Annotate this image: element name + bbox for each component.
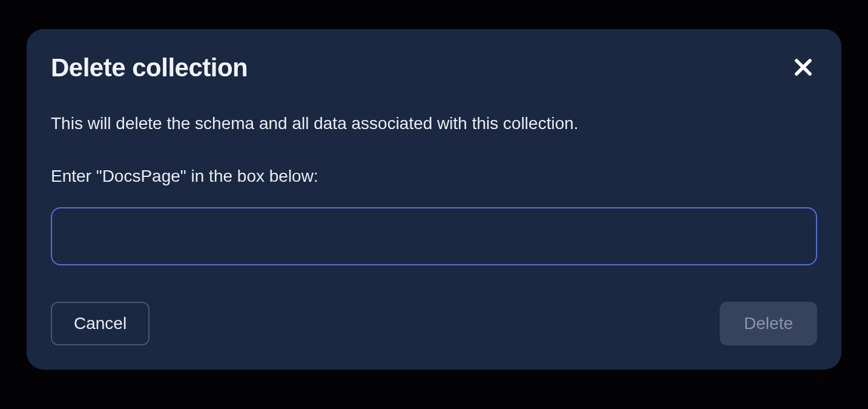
delete-button[interactable]: Delete <box>720 302 817 345</box>
confirmation-input[interactable] <box>51 207 817 265</box>
dialog-header: Delete collection <box>51 53 817 82</box>
confirmation-prompt: Enter "DocsPage" in the box below: <box>51 164 817 188</box>
dialog-title: Delete collection <box>51 53 248 82</box>
dialog-body: This will delete the schema and all data… <box>51 111 817 265</box>
delete-collection-dialog: Delete collection This will delete the s… <box>27 29 841 370</box>
close-button[interactable] <box>789 53 817 81</box>
dialog-footer: Cancel Delete <box>51 302 817 345</box>
close-icon <box>792 56 815 79</box>
warning-text: This will delete the schema and all data… <box>51 111 817 135</box>
cancel-button[interactable]: Cancel <box>51 302 150 345</box>
